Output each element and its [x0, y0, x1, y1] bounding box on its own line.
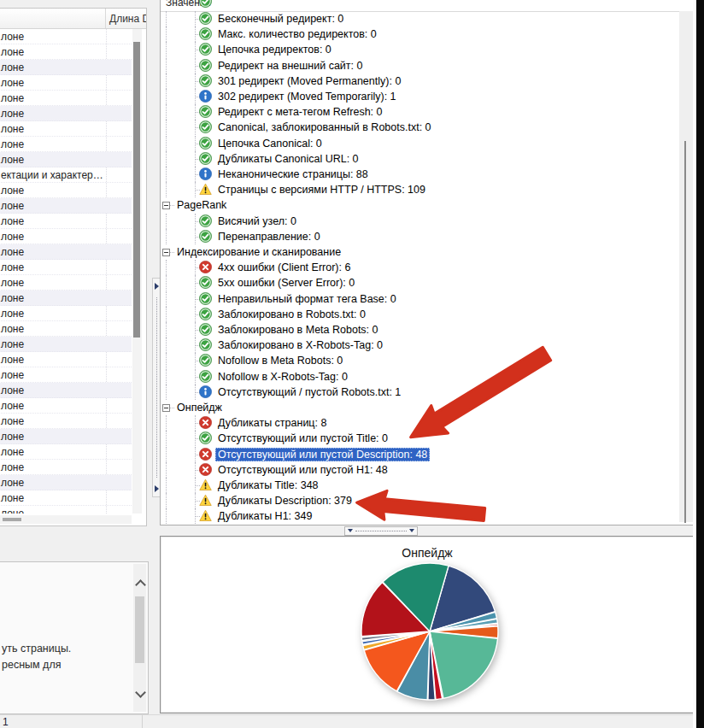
table-row[interactable]: лоне — [0, 275, 132, 291]
collapse-expander-icon[interactable] — [162, 404, 170, 412]
tree-item[interactable]: Заблокировано в Robots.txt: 0 — [161, 307, 678, 322]
table-row[interactable]: лоне — [0, 321, 132, 337]
table-row[interactable]: лоне — [0, 460, 132, 475]
table-row[interactable]: лоне — [0, 244, 132, 260]
tree-connector — [166, 42, 167, 57]
table-row[interactable]: лоне — [0, 183, 132, 198]
details-vertical-scrollbar[interactable] — [679, 11, 693, 522]
table-row[interactable]: лоне — [0, 106, 132, 121]
table-row[interactable]: лоне — [0, 260, 132, 275]
tree-item[interactable]: Неправильный формат тега Base: 0 — [161, 291, 678, 307]
table-row[interactable]: лоне — [0, 137, 132, 152]
tree-item[interactable]: Редирект на внешний сайт: 0 — [161, 58, 678, 73]
collapse-down-icon[interactable] — [409, 529, 414, 532]
tree-item[interactable]: Отсутствующий / пустой Robots.txt: 1 — [161, 385, 678, 400]
tree-item[interactable]: Макс. количество редиректов: 0 — [161, 26, 678, 42]
table-cell-text: лоне — [1, 62, 24, 73]
table-row[interactable]: лоне — [0, 367, 132, 383]
table-row[interactable]: лоне — [0, 75, 132, 91]
table-row[interactable]: лоне — [0, 44, 132, 60]
tree-item[interactable]: Заблокировано в Meta Robots: 0 — [161, 322, 678, 338]
column-header-description-length[interactable]: Длина D — [109, 13, 147, 25]
warning-icon — [199, 494, 212, 507]
tree-item[interactable]: Неканонические страницы: 88 — [161, 167, 678, 182]
table-row[interactable]: лоне — [0, 490, 132, 506]
collapse-right-icon[interactable] — [155, 485, 159, 492]
tree-item[interactable]: Страницы с версиями HTTP / HTTPS: 109 — [161, 182, 678, 197]
table-row[interactable]: лоне — [0, 414, 132, 429]
tree-item[interactable]: Дубликаты Title: 348 — [161, 478, 678, 493]
tree-item[interactable]: Отсутствующий или пустой H1: 48 — [161, 462, 678, 478]
page: Длина D лонелонелонелонелонелонелонелоне… — [0, 0, 704, 728]
collapse-expander-icon[interactable] — [162, 202, 170, 209]
table-row[interactable]: лоне — [0, 444, 132, 460]
table-cell-text: лоне — [1, 277, 24, 289]
table-row[interactable]: лоне — [0, 198, 132, 214]
tree-item[interactable]: Дубликаты Description: 379 — [161, 493, 678, 508]
table-row[interactable]: лоне — [0, 121, 132, 137]
tree-item-label: 301 редирект (Moved Permanently): 0 — [215, 74, 403, 88]
url-table-horizontal-scrollbar[interactable] — [0, 515, 132, 524]
table-row[interactable]: лоне — [0, 337, 132, 352]
url-table-body: лонелонелонелонелонелонелонелонелонеекта… — [0, 29, 132, 514]
tree-section[interactable]: Индексирование и сканирование — [161, 244, 678, 260]
tree-item[interactable]: Перенаправление: 0 — [161, 229, 678, 244]
url-table-vertical-scrollbar[interactable] — [132, 29, 142, 514]
tree-item[interactable]: Canonical, заблокированный в Robots.txt:… — [161, 120, 678, 135]
tree-item[interactable]: Висячий узел: 0 — [161, 214, 678, 229]
table-row[interactable]: лоне — [0, 352, 132, 367]
scrollbar-thumb[interactable] — [684, 141, 686, 523]
collapse-down-icon[interactable] — [348, 529, 353, 532]
table-row[interactable]: лоне — [0, 60, 132, 75]
table-row[interactable]: лоне — [0, 29, 132, 44]
tree-item[interactable]: 5xx ошибки (Server Error): 0 — [161, 275, 678, 291]
table-row[interactable]: лоне — [0, 214, 132, 229]
tree-item[interactable]: 4xx ошибки (Client Error): 6 — [161, 260, 678, 275]
horizontal-splitter[interactable] — [344, 526, 418, 536]
details-tree-panel: Значение Бесконечный редирект: 0Макс. ко… — [160, 0, 695, 525]
table-row[interactable]: ектации и характер… — [0, 167, 132, 183]
scroll-up-icon[interactable] — [135, 579, 146, 590]
table-row[interactable]: лоне — [0, 306, 132, 321]
tree-item[interactable]: Цепочка Canonical: 0 — [161, 136, 678, 151]
collapse-expander-icon[interactable] — [162, 249, 170, 256]
scrollbar-thumb[interactable] — [133, 42, 140, 338]
tree-item[interactable]: Заблокировано в X-Robots-Tag: 0 — [161, 338, 678, 353]
tree-item[interactable]: Nofollow в Meta Robots: 0 — [161, 353, 678, 368]
tree-item-label: Цепочка Canonical: 0 — [215, 137, 325, 150]
splitter-grip-dots — [355, 531, 407, 531]
scrollbar-thumb[interactable] — [3, 518, 21, 521]
table-row[interactable]: лоне — [0, 475, 132, 490]
table-row[interactable]: лоне — [0, 506, 132, 514]
table-row[interactable]: лоне — [0, 383, 132, 398]
tree-item[interactable]: Отсутствующий или пустой Description: 48 — [161, 447, 678, 462]
table-row[interactable]: лоне — [0, 152, 132, 167]
tree-section[interactable]: Онпейдж — [161, 400, 678, 415]
tree-item[interactable]: Цепочка редиректов: 0 — [161, 42, 678, 57]
tree-item[interactable]: Дубликаты Canonical URL: 0 — [161, 151, 678, 167]
scroll-down-icon[interactable] — [135, 687, 146, 698]
info-vertical-scrollbar[interactable] — [133, 564, 146, 712]
tree-item[interactable]: Nofollow в X-Robots-Tag: 0 — [161, 369, 678, 385]
tree-section[interactable]: PageRank — [161, 197, 678, 213]
tree-item[interactable]: 301 редирект (Moved Permanently): 0 — [161, 73, 678, 89]
table-row[interactable]: лоне — [0, 229, 132, 244]
scrollbar-thumb[interactable] — [135, 596, 144, 663]
table-row[interactable]: лоне — [0, 429, 132, 444]
tree-item[interactable]: Редирект с мета-тегом Refresh: 0 — [161, 104, 678, 120]
minus-glyph — [164, 205, 168, 206]
table-row[interactable]: лоне — [0, 91, 132, 106]
table-cell-text: лоне — [1, 415, 24, 427]
tree-item[interactable]: Дубликаты H1: 349 — [161, 508, 678, 524]
tree-item[interactable]: Дубликаты страниц: 8 — [161, 415, 678, 431]
tree-item[interactable]: Отсутствующий или пустой Title: 0 — [161, 431, 678, 446]
table-row[interactable]: лоне — [0, 398, 132, 414]
tree-item[interactable]: 302 редирект (Moved Temporarily): 1 — [161, 89, 678, 104]
collapse-right-icon[interactable] — [155, 283, 159, 290]
tree-item[interactable]: Бесконечный редирект: 0 — [161, 11, 678, 26]
tree-item-label: Nofollow в X-Robots-Tag: 0 — [215, 370, 350, 384]
tree-item-label: Заблокировано в X-Robots-Tag: 0 — [215, 338, 385, 352]
tree-item-label: Перенаправление: 0 — [215, 230, 323, 244]
table-cell-text: лоне — [1, 108, 24, 120]
table-row[interactable]: лоне — [0, 291, 132, 306]
